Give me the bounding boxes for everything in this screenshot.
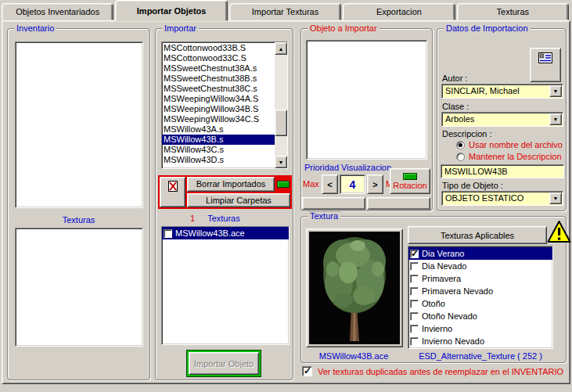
texturas-aplicables-label: Texturas Aplicables <box>441 231 514 240</box>
author-card-button[interactable] <box>530 48 561 82</box>
importar-file-list[interactable]: MSCottonwood33B.S MSCottonwood33C.S MSSw… <box>161 41 288 169</box>
texture-option-row[interactable]: Otoño <box>408 297 552 310</box>
inventario-texture-list[interactable] <box>15 228 143 347</box>
importar-file-item[interactable]: MSWeepingWillow34A.S <box>162 94 275 104</box>
texture-option-checkbox[interactable] <box>410 312 419 321</box>
tipo-combo[interactable]: OBJETO ESTATICO ▼ <box>441 191 563 206</box>
autor-value: SINCLAIR, Michael <box>442 85 549 98</box>
priority-decrease-button[interactable]: < <box>322 174 338 194</box>
tab-texturas[interactable]: Texturas <box>457 3 569 20</box>
texture-option-label: Dia Verano <box>422 249 464 258</box>
texture-option-checkbox[interactable] <box>410 300 419 308</box>
limpiar-carpetas-label: Limpiar Carpetas <box>206 196 272 205</box>
clase-value: Arboles <box>442 113 549 126</box>
autor-dropdown-button[interactable]: ▼ <box>549 85 562 97</box>
texture-option-row[interactable]: Primavera Nevado <box>408 285 552 297</box>
priority-increase-button[interactable]: > <box>367 174 383 194</box>
texture-option-label: Primavera Nevado <box>422 286 493 296</box>
importar-file-item[interactable]: MSSweetChestnut38A.s <box>162 63 275 74</box>
importar-texture-list[interactable]: MSWillow43B.ace <box>161 226 290 345</box>
tab-exportacion[interactable]: Exportacion <box>343 3 455 20</box>
importar-file-item[interactable]: MSWillow43C.s <box>162 145 275 155</box>
applicable-textures-list[interactable]: Dia Verano Dia Nevado Primavera Primaver… <box>408 246 553 349</box>
texture-option-row[interactable]: Otoño Nevado <box>408 310 552 322</box>
tab-label: Importar Objetos <box>137 6 207 16</box>
limpiar-carpetas-button[interactable]: Limpiar Carpetas <box>187 193 290 208</box>
texture-option-checkbox[interactable] <box>410 325 419 333</box>
radio-usar-nombre[interactable]: Usar nombre del archivo <box>456 140 563 149</box>
autor-combo[interactable]: SINCLAIR, Michael ▼ <box>441 84 563 99</box>
scroll-up-button[interactable]: ▲ <box>275 42 287 55</box>
delete-button-cluster: Borrar Importados Limpiar Carpetas <box>158 175 292 209</box>
rotacion-button[interactable]: Rotacion <box>390 168 430 194</box>
texture-option-checkbox[interactable] <box>410 275 419 283</box>
importar-file-item[interactable]: MSSweetChestnut38C.s <box>162 84 275 94</box>
scrollbar-thumb[interactable] <box>275 110 287 136</box>
texturas-aplicables-button[interactable]: Texturas Aplicables <box>408 226 547 244</box>
document-x-icon <box>167 180 178 192</box>
tipo-dropdown-button[interactable]: ▼ <box>549 192 562 204</box>
descripcion-input[interactable]: MSWILLOW43B <box>441 164 564 178</box>
textura-group: Textura Text <box>300 216 567 363</box>
descripcion-label: Descripcion : <box>442 129 492 138</box>
tipo-value: OBJETO ESTATICO <box>442 192 549 205</box>
importar-file-item[interactable]: MSWillow43A.s <box>162 124 275 135</box>
importar-file-item[interactable]: MSCottonwood33B.S <box>162 43 275 53</box>
objeto-blank-button-1[interactable] <box>302 197 365 210</box>
objeto-blank-button-2[interactable] <box>367 197 430 210</box>
inventario-group-title: Inventario <box>14 23 56 34</box>
importar-texture-item[interactable]: MSWillow43B.ace <box>162 227 289 239</box>
texture-option-checkbox[interactable] <box>410 250 419 258</box>
texture-option-checkbox[interactable] <box>410 287 419 296</box>
objeto-a-importar-group: Objeto a Importar Prioridad Visualizacio… <box>300 28 433 211</box>
importar-file-item[interactable]: MSWillow43B.s <box>162 135 275 145</box>
importar-objetos-page: Inventario Texturas Importar MSCottonwoo… <box>2 20 570 384</box>
texture-option-label: Otoño Nevado <box>422 311 477 321</box>
texture-option-row[interactable]: Invierno Nevado <box>408 335 552 347</box>
texture-option-row[interactable]: Invierno <box>408 322 552 335</box>
tab-label: Objetos Inventariados <box>16 7 99 16</box>
importar-file-item[interactable]: MSWeepingWillow34C.S <box>162 114 275 124</box>
texture-checkbox[interactable] <box>164 229 172 238</box>
texture-preview-frame <box>306 228 403 347</box>
inventario-object-list[interactable] <box>15 41 143 208</box>
scroll-down-button[interactable]: ▼ <box>275 156 287 168</box>
texture-option-checkbox[interactable] <box>410 337 419 346</box>
clase-dropdown-button[interactable]: ▼ <box>549 113 562 125</box>
importar-objeto-button[interactable]: Importar Objeto <box>189 352 259 375</box>
texture-option-label: Otoño <box>422 299 445 308</box>
esd-alternative-texture-label: ESD_Alternative_Texture ( 252 ) <box>406 351 555 361</box>
footer-duplicates-option[interactable]: Ver texturas duplicadas antes de reempla… <box>302 366 563 376</box>
clase-label: Clase : <box>442 102 469 111</box>
priority-value: 4 <box>340 174 365 194</box>
file-list-scrollbar[interactable]: ▲ ▼ <box>275 42 287 168</box>
radio-mantener-label: Mantener la Descripcion <box>469 152 562 161</box>
objeto-group-title: Objeto a Importar <box>308 23 380 34</box>
tab-objetos-inventariados[interactable]: Objetos Inventariados <box>2 3 113 20</box>
prioridad-label: Prioridad Visualizacion <box>304 163 391 172</box>
importar-file-item[interactable]: MSCottonwood33C.S <box>162 53 275 63</box>
delete-file-button[interactable] <box>160 177 185 207</box>
importar-file-item[interactable]: MSWeepingWillow34B.S <box>162 104 275 114</box>
borrar-importados-button[interactable]: Borrar Importados <box>187 177 275 192</box>
texture-option-row[interactable]: Dia Verano <box>408 247 552 260</box>
importar-file-item[interactable]: MSWillow43D.s <box>162 155 275 165</box>
texture-option-checkbox[interactable] <box>410 262 419 271</box>
texture-option-row[interactable]: Primavera <box>408 272 552 285</box>
texture-option-row[interactable]: Dia Nevado <box>408 260 552 272</box>
radio-mantener-descripcion[interactable]: Mantener la Descripcion <box>456 152 562 161</box>
importar-objeto-frame: Importar Objeto <box>187 351 261 376</box>
combo-arrow-icon: ▼ <box>553 88 559 94</box>
tab-importar-objetos[interactable]: Importar Objetos <box>115 0 227 21</box>
max-label: Max <box>303 179 319 189</box>
tipo-label: Tipo de Objeto : <box>442 181 503 190</box>
footer-checkbox[interactable] <box>302 366 312 376</box>
texture-filename-label: MSWillow43B.ace <box>301 351 406 361</box>
tab-bar: Objetos Inventariados Importar Objetos I… <box>2 0 570 20</box>
tab-importar-texturas[interactable]: Importar Texturas <box>229 3 341 20</box>
object-preview-area <box>306 40 427 160</box>
radio-usar-label: Usar nombre del archivo <box>469 140 563 149</box>
clase-combo[interactable]: Arboles ▼ <box>441 112 563 127</box>
importar-file-item[interactable]: MSSweetChestnut38B.s <box>162 74 275 84</box>
importar-objeto-label: Importar Objeto <box>194 359 254 369</box>
